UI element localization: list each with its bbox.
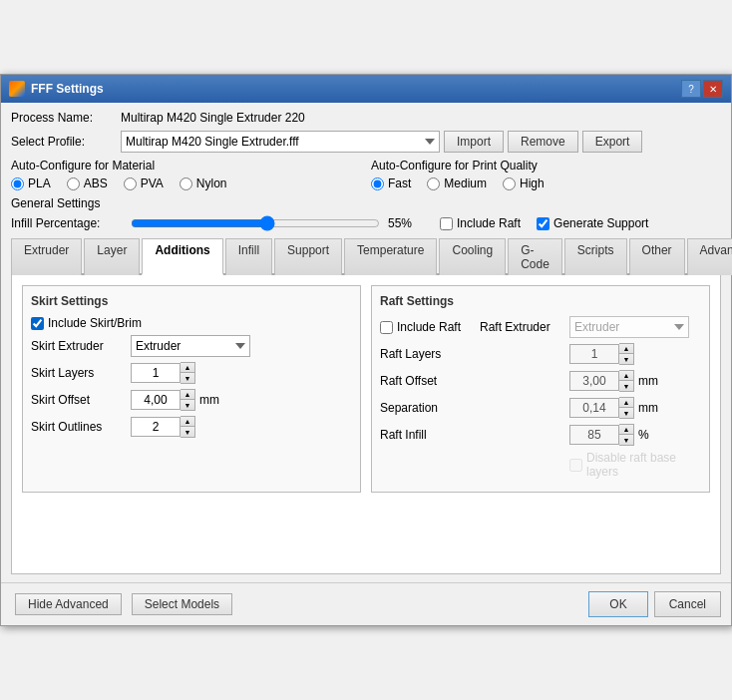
raft-offset-unit: mm — [638, 374, 658, 388]
skirt-offset-up[interactable]: ▲ — [181, 390, 194, 400]
select-profile-row: Select Profile: Multirap M420 Single Ext… — [11, 131, 721, 153]
raft-offset-label: Raft Offset — [380, 374, 480, 388]
tab-other[interactable]: Other — [629, 238, 685, 275]
generate-support-label: Generate Support — [553, 216, 648, 230]
raft-layers-input[interactable] — [569, 344, 619, 364]
skirt-offset-unit: mm — [199, 393, 219, 407]
skirt-layers-down[interactable]: ▼ — [181, 373, 194, 383]
raft-layers-down[interactable]: ▼ — [619, 354, 633, 364]
include-skirt-label: Include Skirt/Brim — [48, 316, 142, 330]
fff-icon — [9, 81, 25, 97]
quality-fast[interactable]: Fast — [371, 176, 411, 190]
infill-slider[interactable] — [131, 214, 380, 232]
skirt-outlines-up[interactable]: ▲ — [181, 417, 194, 427]
help-button[interactable]: ? — [681, 80, 701, 98]
include-skirt-check[interactable]: Include Skirt/Brim — [31, 316, 142, 330]
raft-infill-down[interactable]: ▼ — [619, 435, 633, 445]
tab-cooling[interactable]: Cooling — [439, 238, 506, 275]
material-pva[interactable]: PVA — [124, 176, 164, 190]
skirt-outlines-label: Skirt Outlines — [31, 420, 131, 434]
raft-extruder-control: Extruder — [569, 316, 689, 338]
bottom-left-buttons: Hide Advanced Select Models — [11, 593, 232, 615]
profile-select[interactable]: Multirap M420 Single Extruder.fff — [121, 131, 440, 153]
disable-raft-check[interactable]: Disable raft base layers — [569, 451, 701, 479]
skirt-offset-down[interactable]: ▼ — [181, 400, 194, 410]
tab-infill[interactable]: Infill — [225, 238, 272, 275]
raft-infill-spinner: ▲ ▼ — [569, 424, 634, 446]
tab-support[interactable]: Support — [274, 238, 342, 275]
raft-layers-spinner-btns: ▲ ▼ — [619, 343, 634, 365]
skirt-offset-spinner-btns: ▲ ▼ — [181, 389, 195, 411]
material-abs[interactable]: ABS — [67, 176, 108, 190]
raft-offset-down[interactable]: ▼ — [619, 381, 633, 391]
process-name-value: Multirap M420 Single Extruder 220 — [121, 111, 305, 125]
cancel-button[interactable]: Cancel — [654, 591, 721, 617]
quality-high[interactable]: High — [503, 176, 545, 190]
raft-separation-down[interactable]: ▼ — [619, 408, 633, 418]
skirt-outlines-spinner-btns: ▲ ▼ — [181, 416, 195, 438]
skirt-outlines-down[interactable]: ▼ — [181, 427, 194, 437]
tab-additions[interactable]: Additions — [142, 238, 222, 275]
export-button[interactable]: Export — [582, 131, 643, 153]
tab-extruder[interactable]: Extruder — [11, 238, 82, 275]
select-models-button[interactable]: Select Models — [132, 593, 232, 615]
raft-infill-input[interactable] — [569, 425, 619, 445]
raft-separation-label: Separation — [380, 401, 480, 415]
skirt-settings-box: Skirt Settings Include Skirt/Brim Skirt … — [22, 285, 361, 493]
disable-raft-row: Disable raft base layers — [380, 451, 701, 479]
raft-infill-up[interactable]: ▲ — [619, 425, 633, 435]
remove-button[interactable]: Remove — [508, 131, 578, 153]
import-button[interactable]: Import — [444, 131, 504, 153]
raft-offset-input[interactable] — [569, 371, 619, 391]
tab-gcode[interactable]: G-Code — [508, 238, 562, 275]
quality-medium[interactable]: Medium — [427, 176, 487, 190]
tab-layer[interactable]: Layer — [84, 238, 140, 275]
tab-advanced[interactable]: Advanced — [687, 238, 732, 275]
include-raft-check[interactable]: Include Raft — [380, 320, 480, 334]
skirt-layers-input[interactable] — [131, 363, 181, 383]
raft-separation-spinner-btns: ▲ ▼ — [619, 397, 634, 419]
material-pla[interactable]: PLA — [11, 176, 51, 190]
tab-temperature[interactable]: Temperature — [344, 238, 437, 275]
raft-infill-row: Raft Infill ▲ ▼ % — [380, 424, 701, 446]
skirt-layers-label: Skirt Layers — [31, 366, 131, 380]
bottom-bar: Hide Advanced Select Models OK Cancel — [1, 582, 731, 625]
skirt-extruder-row: Skirt Extruder Extruder — [31, 335, 352, 357]
raft-offset-up[interactable]: ▲ — [619, 371, 633, 381]
raft-include-row: Include Raft Raft Extruder Extruder — [380, 316, 701, 338]
raft-separation-up[interactable]: ▲ — [619, 398, 633, 408]
auto-material-title: Auto-Configure for Material — [11, 159, 361, 173]
skirt-outlines-row: Skirt Outlines ▲ ▼ — [31, 416, 352, 438]
generate-support-check[interactable]: Generate Support — [537, 216, 648, 230]
raft-settings-box: Raft Settings Include Raft Raft Extruder… — [371, 285, 710, 493]
raft-layers-up[interactable]: ▲ — [619, 344, 633, 354]
skirt-layers-up[interactable]: ▲ — [181, 363, 194, 373]
skirt-extruder-label: Skirt Extruder — [31, 339, 131, 353]
include-raft-label: Include Raft — [397, 320, 461, 334]
skirt-extruder-select[interactable]: Extruder — [131, 335, 250, 357]
fff-settings-window: FFF Settings ? ✕ Process Name: Multirap … — [0, 74, 732, 626]
material-nylon[interactable]: Nylon — [180, 176, 227, 190]
include-raft-label-general: Include Raft — [457, 216, 521, 230]
close-button[interactable]: ✕ — [703, 80, 723, 98]
raft-title: Raft Settings — [380, 294, 701, 308]
skirt-raft-container: Skirt Settings Include Skirt/Brim Skirt … — [22, 285, 710, 493]
titlebar-controls: ? ✕ — [681, 80, 723, 98]
infill-label: Infill Percentage: — [11, 216, 131, 230]
skirt-offset-input[interactable] — [131, 390, 181, 410]
raft-separation-input[interactable] — [569, 398, 619, 418]
tab-content-additions: Skirt Settings Include Skirt/Brim Skirt … — [11, 275, 721, 574]
skirt-outlines-input[interactable] — [131, 417, 181, 437]
hide-advanced-button[interactable]: Hide Advanced — [15, 593, 122, 615]
raft-infill-spinner-btns: ▲ ▼ — [619, 424, 634, 446]
skirt-offset-spinner: ▲ ▼ — [131, 389, 195, 411]
skirt-extruder-control: Extruder — [131, 335, 250, 357]
raft-separation-unit: mm — [638, 401, 658, 415]
ok-button[interactable]: OK — [588, 591, 647, 617]
raft-separation-row: Separation ▲ ▼ mm — [380, 397, 701, 419]
skirt-layers-row: Skirt Layers ▲ ▼ — [31, 362, 352, 384]
tab-scripts[interactable]: Scripts — [564, 238, 627, 275]
raft-extruder-select[interactable]: Extruder — [569, 316, 689, 338]
include-raft-check-general[interactable]: Include Raft — [440, 216, 521, 230]
tabs-bar: Extruder Layer Additions Infill Support … — [11, 238, 721, 275]
